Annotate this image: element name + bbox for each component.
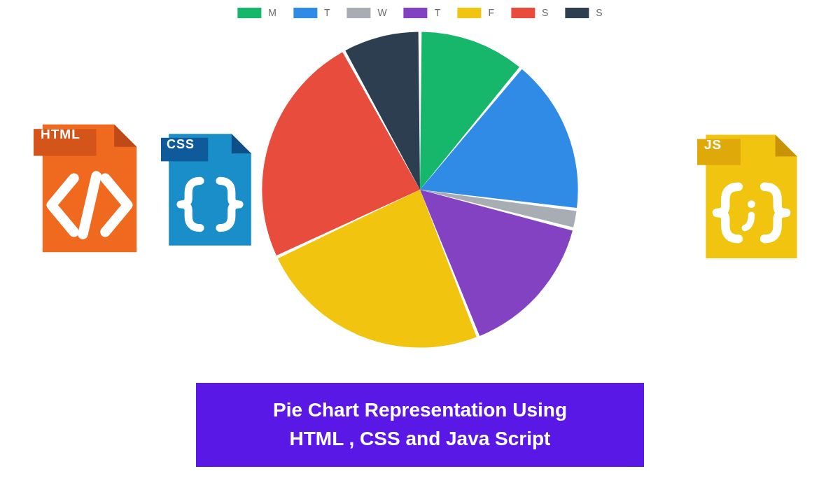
css-file-icon: CSS bbox=[161, 126, 259, 253]
pie-chart bbox=[255, 25, 584, 354]
title-line-1: Pie Chart Representation Using bbox=[273, 399, 567, 421]
js-file-icon: JS bbox=[697, 126, 806, 267]
semicolon-dot bbox=[748, 200, 755, 208]
legend-swatch bbox=[511, 8, 535, 18]
file-fold bbox=[232, 134, 251, 153]
css-badge-label: CSS bbox=[167, 137, 195, 152]
legend-swatch bbox=[347, 8, 371, 18]
legend-swatch bbox=[237, 8, 261, 18]
html-file-icon: HTML bbox=[34, 115, 146, 261]
legend-item: T bbox=[293, 7, 330, 18]
legend-item: F bbox=[457, 7, 494, 18]
legend-swatch bbox=[293, 8, 317, 18]
file-fold bbox=[776, 134, 797, 156]
title-banner: Pie Chart Representation Using HTML , CS… bbox=[196, 383, 644, 467]
html-badge-label: HTML bbox=[41, 127, 80, 142]
legend-swatch bbox=[404, 8, 428, 18]
legend: MTWTFSS bbox=[237, 7, 602, 18]
file-fold bbox=[114, 125, 136, 147]
legend-item: T bbox=[404, 7, 441, 18]
legend-label: M bbox=[268, 7, 276, 18]
title-line-2: HTML , CSS and Java Script bbox=[290, 428, 551, 449]
legend-item: S bbox=[565, 7, 602, 18]
legend-label: S bbox=[596, 7, 602, 18]
legend-label: W bbox=[378, 7, 387, 18]
legend-label: F bbox=[488, 7, 494, 18]
legend-label: S bbox=[542, 7, 548, 18]
legend-label: T bbox=[435, 7, 441, 18]
legend-label: T bbox=[324, 7, 330, 18]
legend-swatch bbox=[457, 8, 481, 18]
js-badge-label: JS bbox=[704, 137, 722, 153]
legend-item: S bbox=[511, 7, 548, 18]
title-text: Pie Chart Representation Using HTML , CS… bbox=[273, 396, 567, 453]
legend-item: M bbox=[237, 7, 276, 18]
legend-item: W bbox=[347, 7, 387, 18]
pie-svg bbox=[255, 25, 584, 354]
legend-swatch bbox=[565, 8, 589, 18]
